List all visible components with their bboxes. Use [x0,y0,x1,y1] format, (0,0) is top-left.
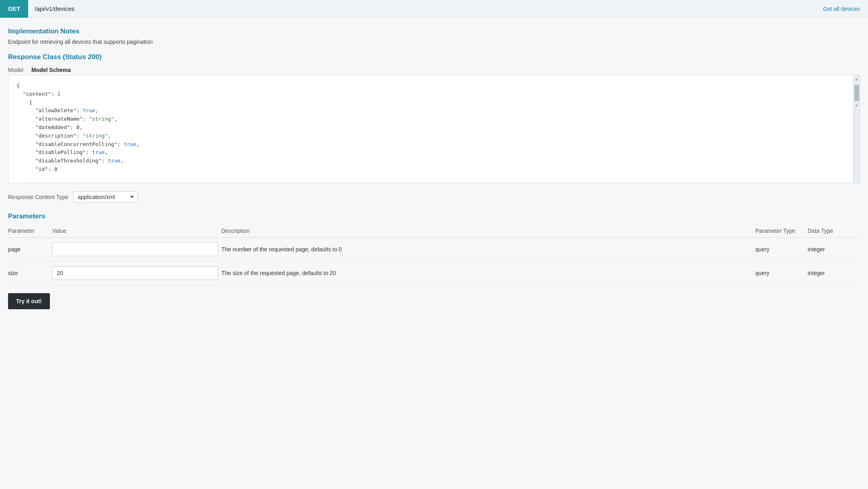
param-type-0: query [755,238,808,261]
code-scrollbar[interactable]: ▲ ▼ [853,75,860,183]
parameters-table: Parameter Value Description Parameter Ty… [8,225,860,285]
param-description-1: The size of the requested page, defaults… [221,261,755,285]
response-content-type-row: Response Content Type application/xml ap… [8,191,860,203]
data-type-1: integer [808,261,860,285]
code-content: { "content": [ { "allowDelete": true, "a… [16,82,852,174]
scroll-down-arrow[interactable]: ▼ [854,102,860,111]
code-schema-box: { "content": [ { "allowDelete": true, "a… [8,75,860,183]
implementation-notes-title: Implementation Notes [8,27,860,35]
parameters-title: Parameters [8,212,860,220]
param-name-0: page [8,238,52,261]
content-type-select[interactable]: application/xml application/json [73,191,138,203]
scroll-thumb[interactable] [854,85,859,101]
col-header-param-type: Parameter Type [755,225,808,238]
col-header-data-type: Data Type [808,225,860,238]
model-schema-tab[interactable]: Model Schema [31,65,74,75]
col-header-parameter: Parameter [8,225,52,238]
model-tabs: Model Model Schema [8,65,860,75]
param-input-page[interactable] [52,242,218,256]
header-bar: GET /api/v1/devices Get all devices [0,0,868,18]
table-header-row: Parameter Value Description Parameter Ty… [8,225,860,238]
model-tab[interactable]: Model [8,65,27,75]
endpoint-path: /api/v1/devices [28,5,823,12]
response-content-type-label: Response Content Type [8,194,68,200]
table-row: pageThe number of the requested page, de… [8,238,860,261]
method-badge: GET [0,0,28,18]
tab-separator [28,67,30,73]
data-type-0: integer [808,238,860,261]
param-input-size[interactable] [52,266,218,280]
param-type-1: query [755,261,808,285]
col-header-value: Value [52,225,221,238]
param-value-cell-1 [52,261,221,285]
scroll-up-arrow[interactable]: ▲ [854,75,860,84]
param-description-0: The number of the requested page, defaul… [221,238,755,261]
get-all-link[interactable]: Get all devices [823,6,868,12]
table-row: sizeThe size of the requested page, defa… [8,261,860,285]
response-class-title: Response Class (Status 200) [8,53,860,61]
param-name-1: size [8,261,52,285]
main-content: Implementation Notes Endpoint for retrie… [0,18,868,321]
try-it-button[interactable]: Try it out! [8,293,50,309]
implementation-notes-description: Endpoint for retrieving all devices that… [8,39,860,45]
param-value-cell-0 [52,238,221,261]
col-header-description: Description [221,225,755,238]
